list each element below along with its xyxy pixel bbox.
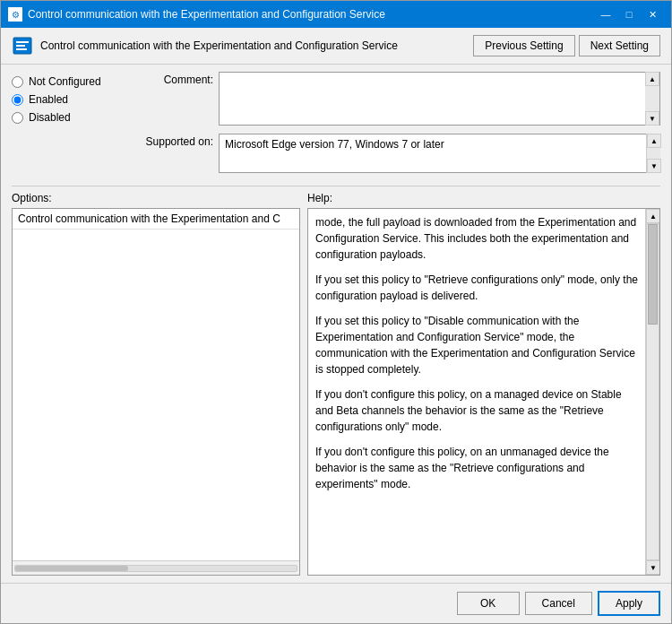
policy-header-left: Control communication with the Experimen…: [12, 35, 398, 56]
help-paragraph-5: If you don't configure this policy, on a…: [315, 444, 642, 492]
enabled-radio-item[interactable]: Enabled: [12, 93, 137, 106]
enabled-radio[interactable]: [12, 94, 23, 106]
section-divider: [12, 186, 660, 186]
title-bar-controls: — □ ✕: [594, 5, 664, 23]
apply-button[interactable]: Apply: [598, 591, 660, 616]
help-scroll-thumb: [648, 224, 658, 325]
comment-scroll-down[interactable]: ▼: [645, 111, 659, 126]
title-bar: ⚙ Control communication with the Experim…: [1, 1, 671, 28]
supported-scroll-down[interactable]: ▼: [647, 159, 661, 173]
svg-rect-1: [16, 41, 29, 43]
not-configured-label: Not Configured: [29, 75, 101, 88]
comment-field-row: Comment: ▲ ▼: [137, 72, 660, 128]
comment-textarea[interactable]: [219, 72, 660, 126]
supported-wrapper: Microsoft Edge version 77, Windows 7 or …: [219, 134, 660, 173]
footer: OK Cancel Apply: [1, 583, 671, 623]
supported-value: Microsoft Edge version 77, Windows 7 or …: [219, 134, 660, 173]
comment-scroll-up[interactable]: ▲: [645, 72, 659, 86]
not-configured-radio[interactable]: [12, 76, 23, 88]
minimize-button[interactable]: —: [594, 5, 617, 23]
help-section-label: Help:: [307, 192, 660, 204]
enabled-label: Enabled: [29, 93, 68, 106]
policy-header-buttons: Previous Setting Next Setting: [473, 35, 660, 56]
help-paragraph-3: If you set this policy to "Disable commu…: [315, 313, 642, 377]
help-scroll-down[interactable]: ▼: [646, 560, 660, 575]
options-item[interactable]: Control communication with the Experimen…: [13, 209, 299, 230]
supported-label: Supported on:: [137, 134, 213, 148]
maximize-button[interactable]: □: [617, 5, 641, 23]
h-scroll-track[interactable]: [14, 565, 297, 572]
options-content: Control communication with the Experimen…: [13, 209, 299, 560]
disabled-radio[interactable]: [12, 112, 23, 124]
main-body: Not Configured Enabled Disabled C: [1, 65, 671, 583]
help-scroll-up[interactable]: ▲: [646, 209, 660, 223]
options-panel: Control communication with the Experimen…: [12, 208, 300, 576]
ok-button[interactable]: OK: [457, 592, 520, 615]
svg-rect-3: [16, 48, 27, 50]
help-paragraph-4: If you don't configure this policy, on a…: [315, 386, 642, 435]
content-area: Control communication with the Experimen…: [1, 28, 671, 623]
help-vertical-scrollbar: ▲ ▼: [645, 209, 659, 575]
supported-field-row: Supported on: Microsoft Edge version 77,…: [137, 134, 660, 173]
window-title: Control communication with the Experimen…: [28, 8, 385, 21]
title-bar-left: ⚙ Control communication with the Experim…: [8, 7, 385, 22]
help-content: mode, the full payload is downloaded fro…: [308, 209, 659, 575]
options-horizontal-scrollbar: [13, 560, 299, 575]
cancel-button[interactable]: Cancel: [525, 592, 592, 615]
panels-row: Control communication with the Experimen…: [12, 208, 660, 576]
supported-scrollbar: ▲ ▼: [646, 134, 660, 173]
policy-header: Control communication with the Experimen…: [1, 28, 671, 65]
main-window: ⚙ Control communication with the Experim…: [0, 0, 672, 624]
disabled-label: Disabled: [29, 111, 71, 124]
help-scroll-track: [646, 223, 659, 560]
next-setting-button[interactable]: Next Setting: [579, 35, 660, 56]
comment-label: Comment:: [137, 72, 213, 86]
help-panel: mode, the full payload is downloaded fro…: [307, 208, 660, 576]
comment-scroll-track: [645, 86, 659, 111]
right-section: Comment: ▲ ▼ Supported on:: [137, 72, 660, 173]
h-scroll-thumb: [15, 566, 128, 571]
close-button[interactable]: ✕: [641, 5, 664, 23]
help-paragraph-1: mode, the full payload is downloaded fro…: [315, 214, 642, 263]
top-section: Not Configured Enabled Disabled C: [12, 72, 660, 173]
comment-input-wrapper: ▲ ▼: [219, 72, 660, 128]
comment-scrollbar: ▲ ▼: [645, 72, 659, 126]
radio-group: Not Configured Enabled Disabled: [12, 72, 137, 173]
disabled-radio-item[interactable]: Disabled: [12, 111, 137, 124]
sections-header: Options: Help:: [12, 192, 660, 204]
svg-rect-2: [16, 45, 25, 47]
supported-scroll-up[interactable]: ▲: [647, 134, 661, 148]
window-icon: ⚙: [8, 7, 22, 22]
policy-title: Control communication with the Experimen…: [40, 39, 398, 52]
options-section-label: Options:: [12, 192, 307, 204]
policy-icon: [12, 35, 33, 56]
not-configured-radio-item[interactable]: Not Configured: [12, 75, 137, 88]
previous-setting-button[interactable]: Previous Setting: [473, 35, 574, 56]
help-paragraph-2: If you set this policy to "Retrieve conf…: [315, 272, 642, 304]
supported-scroll-track: [647, 148, 660, 159]
